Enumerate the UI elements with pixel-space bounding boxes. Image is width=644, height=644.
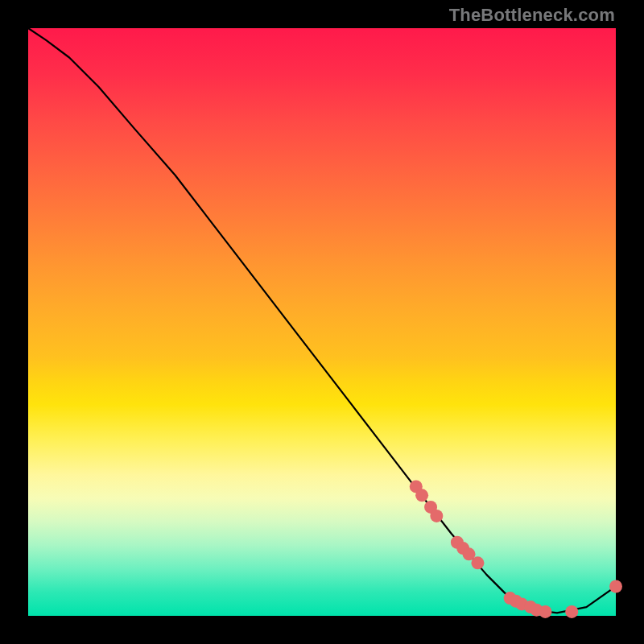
- chart-stage: TheBottleneck.com: [0, 0, 644, 644]
- data-marker: [471, 556, 484, 569]
- data-marker: [415, 489, 428, 502]
- data-marker: [565, 605, 578, 618]
- curve-path: [28, 28, 616, 613]
- marker-group: [410, 480, 622, 617]
- chart-svg: [28, 28, 616, 616]
- watermark-text: TheBottleneck.com: [449, 5, 615, 26]
- plot-area: [28, 28, 616, 616]
- data-marker: [539, 605, 551, 618]
- data-marker: [609, 580, 622, 593]
- data-marker: [430, 510, 443, 522]
